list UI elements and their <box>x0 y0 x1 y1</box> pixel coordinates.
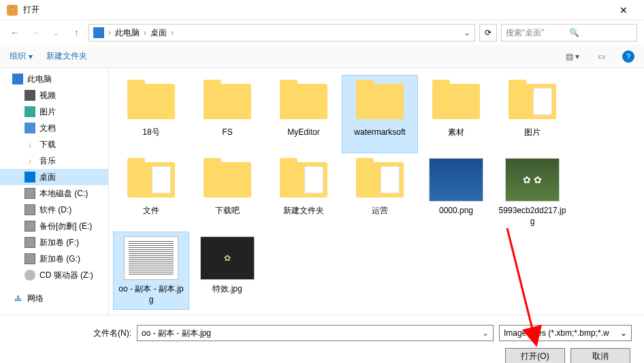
folder-item[interactable]: 下载吧 <box>189 153 265 232</box>
file-item[interactable]: 特效.jpg <box>189 232 265 310</box>
sidebar-item-z[interactable]: CD 驱动器 (Z:) <box>0 267 108 283</box>
up-button[interactable]: ↑ <box>68 25 84 41</box>
sidebar-item-f[interactable]: 新加卷 (F:) <box>0 234 108 251</box>
item-label: 新建文件夹 <box>283 206 324 217</box>
folder-item[interactable]: 新建文件夹 <box>265 153 342 232</box>
chevron-down-icon[interactable]: ⌄ <box>620 328 627 338</box>
folder-item[interactable]: 文件 <box>113 153 189 232</box>
chevron-down-icon: ▾ <box>29 52 33 61</box>
folder-item[interactable]: 运营 <box>342 153 418 232</box>
folder-item[interactable]: MyEditor <box>265 75 342 153</box>
app-icon: 🐵 <box>7 5 18 16</box>
c-icon <box>25 188 35 199</box>
pic-icon <box>25 106 35 117</box>
pc-icon <box>93 27 104 38</box>
vid-icon <box>25 90 35 101</box>
breadcrumb-pc[interactable]: 此电脑 <box>115 27 140 39</box>
thumbnail <box>505 158 560 202</box>
forward-button[interactable]: → <box>27 25 44 41</box>
item-label: 图片 <box>524 127 541 138</box>
item-label: MyEditor <box>287 127 319 138</box>
network-icon: 🖧 <box>12 293 23 304</box>
window-title: 打开 <box>23 4 610 16</box>
recent-dropdown-icon[interactable]: ⌄ <box>48 25 64 41</box>
chevron-down-icon[interactable]: ⌄ <box>482 328 489 338</box>
search-icon[interactable]: 🔍 <box>569 28 632 37</box>
mus-icon: ♪ <box>25 155 35 166</box>
item-label: 素材 <box>448 127 464 138</box>
thumbnail <box>429 158 483 202</box>
sidebar-item-g[interactable]: 新加卷 (G:) <box>0 251 108 267</box>
sidebar-item-network[interactable]: 🖧 网络 <box>0 290 108 306</box>
filename-label: 文件名(N): <box>12 328 131 339</box>
item-label: 18号 <box>142 127 159 138</box>
item-label: watermarksoft <box>354 127 405 138</box>
address-bar[interactable]: › 此电脑 › 桌面 › ⌄ <box>88 24 475 42</box>
item-label: FS <box>222 127 232 138</box>
sidebar-item-c[interactable]: 本地磁盘 (C:) <box>0 185 108 202</box>
view-preview-button[interactable]: ▭ <box>594 52 609 61</box>
file-item[interactable]: 0000.png <box>418 153 494 232</box>
thumbnail <box>200 80 255 123</box>
view-icons-button[interactable]: ▤ ▾ <box>565 52 580 61</box>
sidebar-item-doc[interactable]: 文档 <box>0 120 108 136</box>
breadcrumb-desktop[interactable]: 桌面 <box>150 27 167 39</box>
item-label: oo - 副本 - 副本.jpg <box>116 284 186 305</box>
folder-item[interactable]: 素材 <box>418 75 494 153</box>
folder-item[interactable]: 18号 <box>113 75 189 153</box>
search-input[interactable]: 搜索"桌面" 🔍 <box>501 24 637 42</box>
help-icon[interactable]: ? <box>622 50 634 63</box>
thumbnail <box>276 158 331 202</box>
f-icon <box>25 237 35 248</box>
sidebar-item-e[interactable]: 备份[勿删] (E:) <box>0 218 108 234</box>
thumbnail <box>276 80 331 123</box>
item-label: 5993ecb2dd217.jpg <box>498 206 567 227</box>
sidebar-item-dl[interactable]: ↓下载 <box>0 136 108 153</box>
thumbnail <box>124 236 178 280</box>
file-item[interactable]: 5993ecb2dd217.jpg <box>494 153 570 232</box>
item-label: 特效.jpg <box>212 284 242 295</box>
sidebar-item-pic[interactable]: 图片 <box>0 104 108 120</box>
thumbnail <box>353 80 407 123</box>
doc-icon <box>25 123 35 133</box>
folder-item[interactable]: FS <box>189 75 265 153</box>
sidebar-item-d[interactable]: 软件 (D:) <box>0 202 108 218</box>
sidebar-item-pc[interactable]: 此电脑 <box>0 71 108 87</box>
folder-item[interactable]: watermarksoft <box>342 75 418 153</box>
thumbnail <box>200 158 255 202</box>
sidebar-item-vid[interactable]: 视频 <box>0 87 108 104</box>
dl-icon: ↓ <box>25 139 35 150</box>
item-label: 文件 <box>143 206 159 217</box>
desk-icon <box>25 172 35 183</box>
item-label: 运营 <box>372 206 388 217</box>
back-button[interactable]: ← <box>7 25 23 41</box>
chevron-right-icon: › <box>108 28 111 37</box>
item-label: 下载吧 <box>215 206 240 217</box>
thumbnail <box>353 158 407 202</box>
search-placeholder: 搜索"桌面" <box>506 27 569 39</box>
close-icon[interactable]: ✕ <box>610 5 637 16</box>
folder-item[interactable]: 图片 <box>494 75 570 153</box>
refresh-button[interactable]: ⟳ <box>479 24 497 42</box>
open-button[interactable]: 打开(O) <box>505 348 565 363</box>
sidebar-item-desk[interactable]: 桌面 <box>0 169 108 185</box>
chevron-right-icon: › <box>144 28 146 37</box>
item-label: 0000.png <box>439 206 473 217</box>
new-folder-button[interactable]: 新建文件夹 <box>46 50 87 62</box>
file-item[interactable]: oo - 副本 - 副本.jpg <box>113 232 189 310</box>
file-type-filter[interactable]: Image Files (*.xbm;*.bmp;*.w ⌄ <box>499 325 632 341</box>
file-grid: 18号FSMyEditorwatermarksoft素材图片文件下载吧新建文件夹… <box>109 68 644 315</box>
sidebar-item-mus[interactable]: ♪音乐 <box>0 153 108 169</box>
thumbnail <box>505 80 560 123</box>
thumbnail <box>200 236 255 280</box>
g-icon <box>25 253 35 264</box>
pc-icon <box>12 74 23 84</box>
chevron-right-icon: › <box>171 28 174 37</box>
cancel-button[interactable]: 取消 <box>570 348 630 363</box>
address-dropdown-icon[interactable]: ⌄ <box>464 28 470 37</box>
organize-menu[interactable]: 组织 ▾ <box>10 50 33 62</box>
filename-input[interactable]: oo - 副本 - 副本.jpg ⌄ <box>137 325 494 341</box>
thumbnail <box>124 80 178 123</box>
z-icon <box>25 270 35 281</box>
thumbnail <box>124 158 178 202</box>
